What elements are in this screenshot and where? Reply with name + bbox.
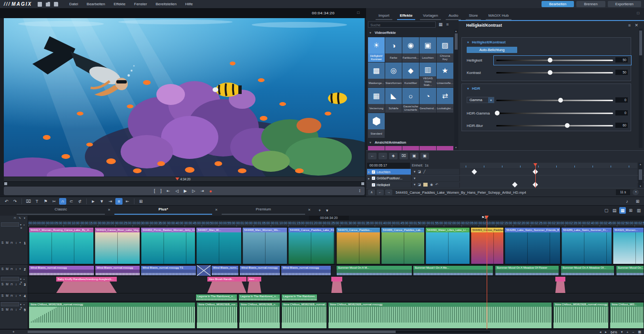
keyframe-lane[interactable] [460, 169, 637, 175]
control-icon[interactable]: ▾ [414, 183, 416, 187]
control-icon[interactable]: ╱ [423, 170, 425, 174]
range-start-icon[interactable]: [ [154, 188, 155, 193]
track-buttons[interactable]: S M ⊓ ↕ + [1, 308, 22, 312]
video-clip[interactable]: 544424_Canoe_River_Lake_Veg... [94, 227, 140, 264]
toolbar-icon-14[interactable]: ≡ [115, 198, 123, 205]
toolbar-icon-8[interactable]: ⊂ [68, 198, 75, 205]
view-toggle-0[interactable]: ▢ [603, 207, 610, 214]
row-checkbox[interactable]: ✓ [372, 170, 375, 174]
scroll-arrow-icon[interactable]: ◂ [600, 330, 602, 334]
expand-icon[interactable]: ▶ [368, 170, 370, 173]
timeline-ruler[interactable]: 00:00:00:0000:00:05:0000:00:10:0000:00:1… [28, 220, 644, 227]
menu-effekte[interactable]: Effekte [110, 2, 130, 6]
video-clip[interactable]: 544473_Canoe_Paddles... [336, 227, 380, 264]
chevron-down-icon[interactable]: ▾ [488, 97, 494, 103]
keyframe-lane[interactable] [460, 182, 637, 188]
preview-scrollbar[interactable] [4, 182, 365, 186]
tab-magix-hub[interactable]: MAGIX Hub [484, 8, 514, 20]
track-name-field[interactable] [1, 222, 19, 227]
slider-track[interactable] [496, 125, 613, 126]
track-buttons[interactable]: S M ⊓ ↕ + [1, 241, 22, 245]
zoom-control-icon[interactable]: ▦ [638, 330, 641, 334]
preview-ruler[interactable]: 4:34:20 [4, 177, 365, 182]
zoom-control-icon[interactable]: ▾ [621, 330, 623, 334]
video-clip[interactable]: 544467_Man_W... [196, 227, 242, 264]
music-clip[interactable]: Ibiza Chillout_983823EB_nor... [196, 302, 238, 329]
track-buttons[interactable]: S M ⊓ ↕ + [1, 282, 22, 286]
effect-linsenrefle[interactable]: ★Linsenrefle... [437, 63, 453, 87]
video-clip[interactable]: 564289_Lake_Swim_Summer_Fr... [561, 227, 612, 264]
tab-list-caret[interactable]: ▾ [326, 208, 328, 213]
title-clip[interactable]: Baby Kruffy Randbeschneidung-Ausgleich..… [56, 277, 117, 293]
mode-button-exportieren[interactable]: Exportieren [608, 1, 641, 7]
control-icon[interactable]: ◉ [430, 183, 433, 187]
tab-store[interactable]: Store [464, 8, 482, 20]
jump-start-icon[interactable]: ⇤ [167, 188, 170, 193]
track-header-icons[interactable]: ⊓ ✎ ▾ [14, 216, 26, 219]
toolbar-icon-17[interactable]: ⊞ [137, 198, 144, 205]
record-button[interactable]: ● [209, 188, 212, 194]
save-project-icon[interactable] [54, 2, 58, 7]
audio-clip[interactable]: Wind Blasts_normal.mxcogg [281, 265, 331, 276]
effect-chroma-key[interactable]: ▨Chroma Key [437, 37, 453, 62]
mode-button-brennen[interactable]: Brennen [576, 1, 605, 7]
panel-close-icon[interactable]: ✕ [634, 23, 638, 28]
kf-copy-icon[interactable]: ▣ [410, 153, 419, 159]
track-name-field[interactable] [1, 302, 19, 306]
kf-paste-icon[interactable]: ▣ [420, 153, 429, 159]
gamma-dropdown[interactable]: Gamma▾ [467, 97, 494, 103]
control-icon[interactable]: ◪ [418, 183, 421, 187]
slider-track[interactable] [496, 60, 613, 61]
audio-clip[interactable]: Summer Mood On... [616, 265, 644, 276]
fade-in-handle[interactable] [29, 307, 58, 323]
toolbar-icon-4[interactable]: T [33, 198, 41, 205]
toolbar-icon-13[interactable]: ⇥ [107, 198, 114, 205]
menu-datei[interactable]: Datei [65, 2, 82, 6]
keyframe-lane[interactable] [460, 176, 637, 182]
toolbar-icon-7[interactable]: ∩ [59, 198, 66, 205]
kf-prev-icon[interactable]: ← [368, 153, 377, 159]
jump-end-icon[interactable]: ⇥ [201, 188, 204, 193]
close-tab-icon[interactable]: ✕ [215, 208, 218, 212]
collapse-button[interactable]: ∧ [368, 189, 375, 195]
view-toggle-1[interactable]: ▤ [611, 207, 618, 214]
row-checkbox[interactable]: ✓ [372, 183, 375, 187]
effect-lookabglei[interactable]: ⇄Lookabglei... [437, 88, 453, 113]
close-tab-icon[interactable]: ✕ [308, 208, 311, 212]
music-clip[interactable]: Ibiza Chillout_983... [610, 302, 644, 329]
zoom-level[interactable]: 64% [611, 331, 617, 334]
animation-effect-3[interactable]: ↻ [419, 146, 436, 150]
tab-audio[interactable]: Audio [444, 8, 463, 20]
ambience-clip[interactable]: Laguna In The Rainforest_n... [238, 294, 280, 301]
effect-kunstfilter[interactable]: ◆Kunstfilter [402, 63, 419, 87]
scroll-handle-left[interactable] [4, 182, 7, 185]
keyframe-row-gr-e-position[interactable]: ▶✓Größe/Position/...▾ [366, 176, 644, 182]
video-preview[interactable] [4, 18, 365, 177]
video-clip[interactable]: 544469_Canoe_Paddles_Lake_Fri... [288, 227, 335, 264]
slider-value[interactable]: 50 [615, 70, 628, 75]
effect-standard[interactable]: Standard [368, 113, 385, 138]
open-project-icon[interactable] [46, 2, 50, 7]
scroll-arrow-icon[interactable]: ▸ [605, 330, 607, 334]
music-clip[interactable]: Ibiza Chillout_983823EB_n... [239, 302, 280, 329]
animation-effect-1[interactable]: ⊢ [385, 146, 402, 150]
animation-effect-0[interactable]: ↕ [368, 146, 385, 150]
effect-geschwind[interactable]: ◔Geschwind... [419, 88, 436, 113]
toolbar-icon-11[interactable]: ► [90, 198, 97, 205]
video-clip[interactable]: 544490_Water_Lilies_Lake_Li... [425, 227, 470, 264]
video-clip[interactable]: 544493_Canoe_Paddles_... [470, 227, 504, 264]
slider-handle[interactable] [548, 70, 552, 75]
video-clip[interactable]: 564320_Women... [613, 227, 644, 264]
timeline-scrollbar[interactable] [28, 331, 490, 333]
scroll-handle-right[interactable] [361, 182, 364, 185]
toolbar-icon-0[interactable]: ↶ [3, 198, 10, 205]
audio-clip[interactable]: Summer Mood On A Meadow Of Flower [495, 265, 559, 276]
slider-track[interactable] [496, 100, 613, 101]
slider-value[interactable]: 60 [615, 123, 628, 128]
menu-fenster[interactable]: Fenster [130, 2, 151, 6]
preview-maximize-icon[interactable]: □ [357, 10, 359, 15]
range-end-icon[interactable]: ] [160, 188, 161, 193]
project-tab-premium[interactable]: Premium [222, 207, 305, 215]
keyframe-row-helligkeit[interactable]: ✓Helligkeit▾◪◉↶ [366, 182, 644, 188]
editor-scrollbar[interactable] [639, 29, 643, 148]
